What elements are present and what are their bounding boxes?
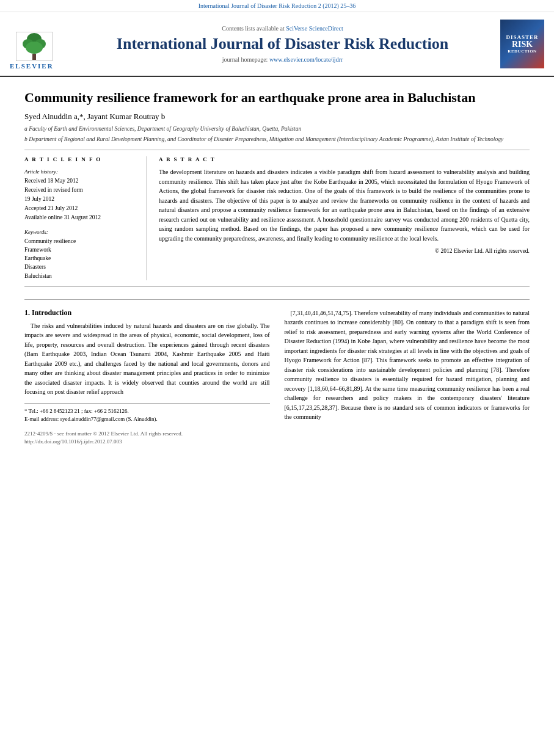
intro-section-title: 1. Introduction [24,308,270,318]
journal-banner: ELSEVIER Contents lists available at Sci… [0,12,554,77]
sciverse-link[interactable]: SciVerse ScienceDirect [286,25,343,32]
article-history-block: Article history: Received 18 May 2012 Re… [24,167,137,222]
keyword-3: Earthquake [24,254,137,263]
body-top-divider [24,286,530,287]
journal-cover-thumbnail: DISASTER RISK REDUCTION [500,20,544,68]
abstract-header: A B S T R A C T [159,156,530,162]
elsevier-tree-logo [10,18,59,61]
journal-homepage-line: journal homepage: www.elsevier.com/locat… [72,56,493,63]
journal-footer: 2212-4209/$ - see front matter © 2012 El… [24,430,270,446]
history-label: Article history: [24,167,137,176]
body-right-col: [7,31,40,41,46,51,74,75]. Therefore vuln… [285,308,530,446]
elsevier-wordmark: ELSEVIER [10,62,65,70]
body-section: 1. Introduction The risks and vulnerabil… [24,299,530,446]
intro-left-text: The risks and vulnerabilities induced by… [24,321,270,397]
article-container: Community resilience framework for an ea… [0,77,554,459]
journal-citation-bar: International Journal of Disaster Risk R… [0,0,554,12]
svg-point-3 [26,42,43,54]
keyword-4: Disasters [24,263,137,271]
received-revised-label: Received in revised form [24,187,83,193]
keywords-label: Keywords: [24,229,137,235]
keyword-1: Community resilience [24,237,137,245]
affiliation-a: a Faculty of Earth and Environmental Sci… [24,125,530,133]
elsevier-logo-block: ELSEVIER [10,18,65,70]
footnote-tel: * Tel.: +66 2 8452123 21 ; fax: +66 2 51… [24,407,270,416]
svg-rect-4 [32,54,36,60]
affiliation-b: b Department of Regional and Rural Devel… [24,136,530,144]
footnote-email: E-mail address: syed.ainuddin77@gmail.co… [24,415,270,424]
footer-doi: http://dx.doi.org/10.1016/j.ijdrr.2012.0… [24,438,270,446]
footnote-area: * Tel.: +66 2 8452123 21 ; fax: +66 2 51… [24,403,270,424]
homepage-url[interactable]: www.elsevier.com/locate/ijdrr [269,56,343,63]
body-left-col: 1. Introduction The risks and vulnerabil… [24,308,270,446]
contents-list-line: Contents lists available at SciVerse Sci… [72,25,493,32]
cover-reduction-text: REDUCTION [508,49,536,54]
article-info-column: A R T I C L E I N F O Article history: R… [24,156,147,280]
journal-title-block: Contents lists available at SciVerse Sci… [72,25,493,62]
article-info-header: A R T I C L E I N F O [24,156,137,162]
revised-date: 19 July 2012 [24,196,54,202]
article-header-divider [24,150,530,150]
abstract-column: A B S T R A C T The development literatu… [159,156,530,280]
received-date: Received 18 May 2012 [24,178,78,184]
body-two-columns: 1. Introduction The risks and vulnerabil… [24,308,530,446]
copyright-line: © 2012 Elsevier Ltd. All rights reserved… [159,248,530,254]
intro-right-text: [7,31,40,41,46,51,74,75]. Therefore vuln… [285,308,530,422]
keywords-section: Keywords: Community resilience Framework… [24,229,137,280]
accepted-date: Accepted 21 July 2012 [24,205,78,211]
article-info-abstract-section: A R T I C L E I N F O Article history: R… [24,156,530,280]
elsevier-tree-icon [16,32,53,61]
keyword-2: Framework [24,245,137,254]
journal-citation: International Journal of Disaster Risk R… [199,2,356,9]
footer-issn: 2212-4209/$ - see front matter © 2012 El… [24,430,270,438]
journal-main-title: International Journal of Disaster Risk R… [72,34,493,53]
article-title: Community resilience framework for an ea… [24,89,530,107]
available-date: Available online 31 August 2012 [24,214,101,220]
cover-risk-text: RISK [512,40,533,49]
article-authors: Syed Ainuddin a,*, Jayant Kumar Routray … [24,112,530,122]
abstract-text: The development literature on hazards an… [159,167,530,243]
keyword-5: Baluchistan [24,272,137,280]
